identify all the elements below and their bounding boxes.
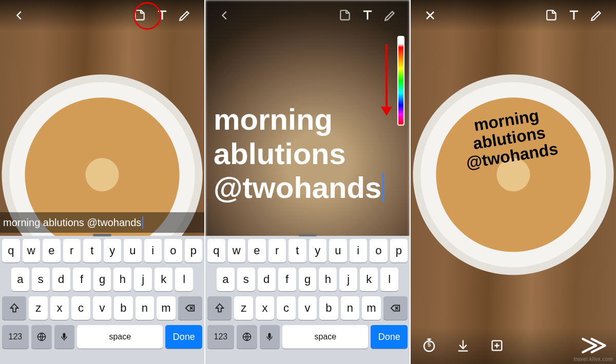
keyboard-handle[interactable] bbox=[298, 234, 317, 236]
key-a[interactable]: a bbox=[11, 268, 29, 291]
key-l[interactable]: l bbox=[175, 268, 193, 291]
draw-tool-icon[interactable] bbox=[379, 4, 401, 27]
text-cursor bbox=[382, 173, 384, 202]
key-backspace[interactable] bbox=[178, 296, 202, 320]
timer-button[interactable]: 5 bbox=[418, 334, 440, 357]
key-o[interactable]: o bbox=[370, 239, 388, 262]
key-u[interactable]: u bbox=[124, 239, 142, 262]
key-o[interactable]: o bbox=[164, 239, 182, 262]
sticker-icon[interactable] bbox=[334, 4, 356, 27]
key-s[interactable]: s bbox=[32, 268, 50, 291]
key-space[interactable]: space bbox=[282, 325, 368, 349]
text-tool-icon[interactable] bbox=[356, 4, 379, 27]
key-g[interactable]: g bbox=[299, 268, 317, 291]
text-tool-icon[interactable] bbox=[151, 4, 174, 27]
key-u[interactable]: u bbox=[329, 239, 347, 262]
key-y[interactable]: y bbox=[104, 239, 122, 262]
panel-3: morning ablutions @twohands 5 travel.kli… bbox=[411, 0, 616, 364]
caption-input-bar[interactable]: morning ablutions @twohands bbox=[0, 212, 204, 233]
color-slider[interactable] bbox=[397, 36, 405, 126]
key-m[interactable]: m bbox=[362, 296, 380, 320]
editor-topbar bbox=[411, 0, 616, 31]
draw-tool-icon[interactable] bbox=[585, 4, 608, 27]
key-backspace[interactable] bbox=[383, 296, 408, 320]
key-q[interactable]: q bbox=[2, 239, 20, 262]
key-m[interactable]: m bbox=[157, 296, 175, 320]
key-e[interactable]: e bbox=[248, 239, 266, 262]
svg-rect-1 bbox=[63, 333, 66, 338]
key-f[interactable]: f bbox=[278, 268, 296, 291]
key-a[interactable]: a bbox=[217, 268, 235, 291]
key-n[interactable]: n bbox=[341, 296, 359, 320]
keyboard-handle[interactable] bbox=[93, 234, 111, 236]
key-g[interactable]: g bbox=[93, 268, 111, 291]
key-q[interactable]: q bbox=[207, 239, 225, 262]
text-cursor bbox=[142, 216, 143, 229]
key-d[interactable]: d bbox=[258, 268, 276, 291]
key-t[interactable]: t bbox=[288, 239, 306, 262]
key-space[interactable]: space bbox=[77, 325, 163, 349]
panel-2: morning ablutions @twohands q w e r t y … bbox=[205, 0, 411, 364]
key-i[interactable]: i bbox=[350, 239, 368, 262]
key-done[interactable]: Done bbox=[165, 325, 202, 349]
key-i[interactable]: i bbox=[144, 239, 162, 262]
key-mic[interactable] bbox=[54, 325, 75, 349]
ios-keyboard: q w e r t y u i o p a s d f g h j k l bbox=[205, 236, 410, 364]
ios-keyboard: q w e r t y u i o p a s d f g h j k l bbox=[0, 236, 204, 364]
key-f[interactable]: f bbox=[73, 268, 91, 291]
key-b[interactable]: b bbox=[319, 296, 338, 320]
key-e[interactable]: e bbox=[43, 239, 61, 262]
photo-background bbox=[411, 0, 616, 364]
add-story-button[interactable] bbox=[486, 334, 508, 357]
large-text-overlay[interactable]: morning ablutions @twohands bbox=[214, 103, 405, 205]
key-done[interactable]: Done bbox=[371, 325, 408, 349]
key-j[interactable]: j bbox=[134, 268, 152, 291]
key-globe[interactable] bbox=[237, 325, 257, 349]
key-k[interactable]: k bbox=[155, 268, 172, 291]
send-button[interactable] bbox=[579, 334, 609, 357]
back-button[interactable] bbox=[8, 4, 31, 27]
sticker-icon[interactable] bbox=[540, 4, 563, 27]
key-shift[interactable] bbox=[2, 296, 26, 320]
close-button[interactable] bbox=[419, 4, 441, 27]
key-v[interactable]: v bbox=[93, 296, 111, 320]
key-numeric[interactable]: 123 bbox=[2, 325, 29, 349]
key-s[interactable]: s bbox=[237, 268, 255, 291]
key-c[interactable]: c bbox=[277, 296, 295, 320]
key-x[interactable]: x bbox=[50, 296, 69, 320]
key-c[interactable]: c bbox=[71, 296, 90, 320]
key-j[interactable]: j bbox=[339, 268, 357, 291]
panel-1: morning ablutions @twohands q w e r t y … bbox=[0, 0, 205, 364]
key-mic[interactable] bbox=[260, 325, 280, 349]
key-p[interactable]: p bbox=[390, 239, 408, 262]
key-d[interactable]: d bbox=[52, 268, 70, 291]
key-p[interactable]: p bbox=[185, 239, 203, 262]
text-line-3: @twohands bbox=[214, 171, 381, 204]
sticker-icon[interactable] bbox=[128, 4, 151, 27]
key-k[interactable]: k bbox=[360, 268, 378, 291]
back-button[interactable] bbox=[214, 4, 236, 27]
key-r[interactable]: r bbox=[63, 239, 81, 262]
key-l[interactable]: l bbox=[380, 268, 398, 291]
key-z[interactable]: z bbox=[234, 296, 253, 320]
key-h[interactable]: h bbox=[319, 268, 337, 291]
key-x[interactable]: x bbox=[256, 296, 274, 320]
key-z[interactable]: z bbox=[29, 296, 47, 320]
text-tool-icon[interactable] bbox=[563, 4, 585, 27]
key-v[interactable]: v bbox=[298, 296, 317, 320]
key-b[interactable]: b bbox=[114, 296, 132, 320]
key-y[interactable]: y bbox=[309, 239, 327, 262]
key-shift[interactable] bbox=[207, 296, 232, 320]
key-n[interactable]: n bbox=[136, 296, 154, 320]
save-button[interactable] bbox=[452, 334, 474, 357]
key-numeric[interactable]: 123 bbox=[207, 325, 234, 349]
key-r[interactable]: r bbox=[268, 239, 286, 262]
key-w[interactable]: w bbox=[23, 239, 41, 262]
key-w[interactable]: w bbox=[228, 239, 246, 262]
key-globe[interactable] bbox=[31, 325, 52, 349]
key-t[interactable]: t bbox=[83, 239, 101, 262]
text-line-2: ablutions bbox=[214, 137, 346, 170]
snap-bottombar: 5 bbox=[411, 327, 616, 364]
key-h[interactable]: h bbox=[113, 268, 131, 291]
draw-tool-icon[interactable] bbox=[174, 4, 196, 27]
